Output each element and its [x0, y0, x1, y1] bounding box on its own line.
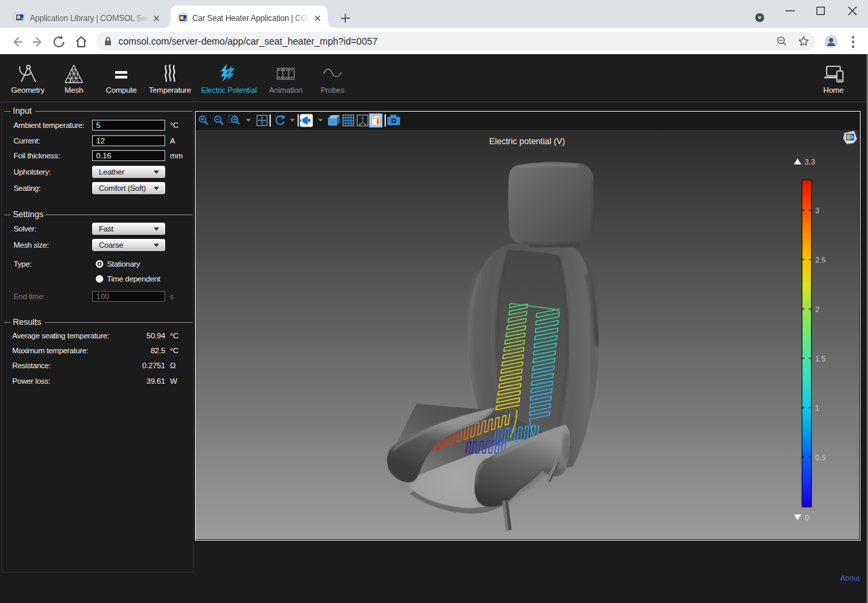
svg-text:0.5: 0.5	[815, 453, 825, 462]
svg-text:Electric potential (V): Electric potential (V)	[490, 137, 565, 146]
svg-text:1: 1	[815, 404, 819, 412]
svg-text:3: 3	[815, 206, 819, 215]
svg-text:3.3: 3.3	[805, 158, 815, 166]
svg-text:2: 2	[815, 305, 819, 313]
svg-text:0: 0	[805, 514, 809, 522]
svg-text:2.5: 2.5	[815, 256, 825, 264]
svg-text:1.5: 1.5	[815, 355, 825, 363]
